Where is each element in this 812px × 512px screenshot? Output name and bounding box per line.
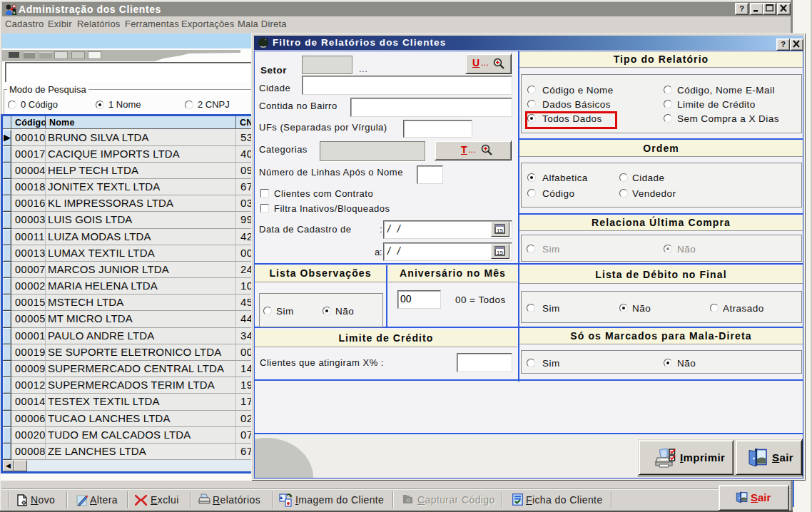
svg-text:15: 15: [497, 250, 503, 256]
svg-text:15: 15: [497, 227, 503, 234]
